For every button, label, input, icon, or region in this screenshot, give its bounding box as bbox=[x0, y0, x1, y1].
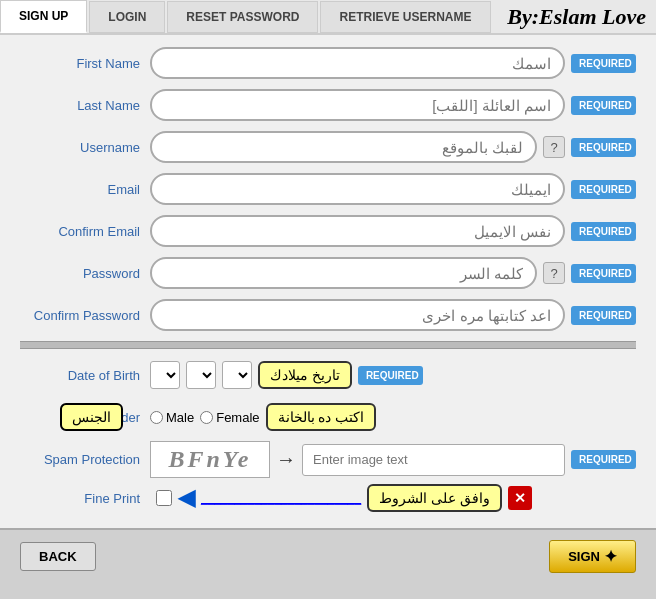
signup-button[interactable]: SIGN ✦ bbox=[549, 540, 636, 573]
input-wrap-dob: تاريخ ميلادك REQUIRED bbox=[150, 361, 636, 389]
input-confirm-password[interactable] bbox=[150, 299, 565, 331]
form-container: First Name REQUIRED Last Name REQUIRED U… bbox=[0, 35, 656, 528]
label-password: Password bbox=[20, 266, 150, 281]
required-confirm-password: REQUIRED bbox=[571, 306, 636, 325]
label-fine-print: Fine Print bbox=[20, 491, 150, 506]
row-gender: Gender الجنس Male Female اكتب ده بالخانة bbox=[20, 399, 636, 435]
input-wrap-confirm-email: REQUIRED bbox=[150, 215, 636, 247]
row-spam: Spam Protection BFnYe → REQUIRED bbox=[20, 441, 636, 478]
select-year[interactable] bbox=[222, 361, 252, 389]
input-email[interactable] bbox=[150, 173, 565, 205]
radio-male[interactable] bbox=[150, 411, 163, 424]
separator bbox=[20, 341, 636, 349]
row-confirm-email: Confirm Email REQUIRED bbox=[20, 213, 636, 249]
label-confirm-email: Confirm Email bbox=[20, 224, 150, 239]
label-lastname: Last Name bbox=[20, 98, 150, 113]
input-firstname[interactable] bbox=[150, 47, 565, 79]
input-wrap-firstname: REQUIRED bbox=[150, 47, 636, 79]
row-lastname: Last Name REQUIRED bbox=[20, 87, 636, 123]
select-day[interactable] bbox=[186, 361, 216, 389]
input-lastname[interactable] bbox=[150, 89, 565, 121]
signup-label: SIGN bbox=[568, 549, 600, 564]
input-password[interactable] bbox=[150, 257, 537, 289]
input-confirm-email[interactable] bbox=[150, 215, 565, 247]
row-confirm-password: Confirm Password REQUIRED bbox=[20, 297, 636, 333]
required-password: REQUIRED bbox=[571, 264, 636, 283]
required-spam: REQUIRED bbox=[571, 450, 636, 469]
bottom-bar: BACK SIGN ✦ bbox=[0, 528, 656, 583]
row-dob: Date of Birth تاريخ ميلادك REQUIRED bbox=[20, 357, 636, 393]
row-firstname: First Name REQUIRED bbox=[20, 45, 636, 81]
input-wrap-confirm-password: REQUIRED bbox=[150, 299, 636, 331]
required-firstname: REQUIRED bbox=[571, 54, 636, 73]
tab-login[interactable]: LOGIN bbox=[89, 1, 165, 33]
dob-callout: تاريخ ميلادك bbox=[258, 361, 352, 389]
input-username[interactable] bbox=[150, 131, 537, 163]
gender-male-label: Male bbox=[150, 410, 194, 425]
input-wrap-password: ? REQUIRED bbox=[150, 257, 636, 289]
gender-female-label: Female bbox=[200, 410, 259, 425]
fine-print-link[interactable]: ________________________ bbox=[201, 491, 361, 505]
checkbox-fine-print[interactable] bbox=[156, 490, 172, 506]
page-title: By:Eslam Love bbox=[507, 4, 656, 30]
row-username: Username ? REQUIRED bbox=[20, 129, 636, 165]
tab-signup[interactable]: SIGN UP bbox=[0, 0, 87, 33]
gender-callout: اكتب ده بالخانة bbox=[266, 403, 377, 431]
label-username: Username bbox=[20, 140, 150, 155]
label-email: Email bbox=[20, 182, 150, 197]
row-email: Email REQUIRED bbox=[20, 171, 636, 207]
required-username: REQUIRED bbox=[571, 138, 636, 157]
label-confirm-password: Confirm Password bbox=[20, 308, 150, 323]
help-icon-password[interactable]: ? bbox=[543, 262, 565, 284]
input-wrap-username: ? REQUIRED bbox=[150, 131, 636, 163]
input-wrap-lastname: REQUIRED bbox=[150, 89, 636, 121]
input-wrap-email: REQUIRED bbox=[150, 173, 636, 205]
fine-print-arrow: ◀ bbox=[178, 485, 195, 511]
delete-button[interactable]: ✕ bbox=[508, 486, 532, 510]
captcha-arrow: → bbox=[276, 448, 296, 471]
select-month[interactable] bbox=[150, 361, 180, 389]
required-dob: REQUIRED bbox=[358, 366, 423, 385]
row-password: Password ? REQUIRED bbox=[20, 255, 636, 291]
tab-bar: SIGN UP LOGIN RESET PASSWORD RETRIEVE US… bbox=[0, 0, 656, 35]
help-icon-username[interactable]: ? bbox=[543, 136, 565, 158]
required-lastname: REQUIRED bbox=[571, 96, 636, 115]
tab-retrieve-username[interactable]: RETRIEVE USERNAME bbox=[320, 1, 490, 33]
fine-print-callout: وافق على الشروط bbox=[367, 484, 502, 512]
gender-callout-left: الجنس bbox=[60, 403, 123, 431]
label-firstname: First Name bbox=[20, 56, 150, 71]
required-confirm-email: REQUIRED bbox=[571, 222, 636, 241]
input-wrap-gender: الجنس Male Female اكتب ده بالخانة bbox=[150, 403, 636, 431]
label-dob: Date of Birth bbox=[20, 368, 150, 383]
captcha-image: BFnYe bbox=[150, 441, 270, 478]
input-wrap-spam: BFnYe → REQUIRED bbox=[150, 441, 636, 478]
tab-reset-password[interactable]: RESET PASSWORD bbox=[167, 1, 318, 33]
back-button[interactable]: BACK bbox=[20, 542, 96, 571]
label-spam: Spam Protection bbox=[20, 452, 150, 467]
signup-icon: ✦ bbox=[604, 547, 617, 566]
required-email: REQUIRED bbox=[571, 180, 636, 199]
row-fine-print: Fine Print ◀ ________________________ وا… bbox=[20, 484, 636, 512]
input-captcha[interactable] bbox=[302, 444, 565, 476]
radio-female[interactable] bbox=[200, 411, 213, 424]
